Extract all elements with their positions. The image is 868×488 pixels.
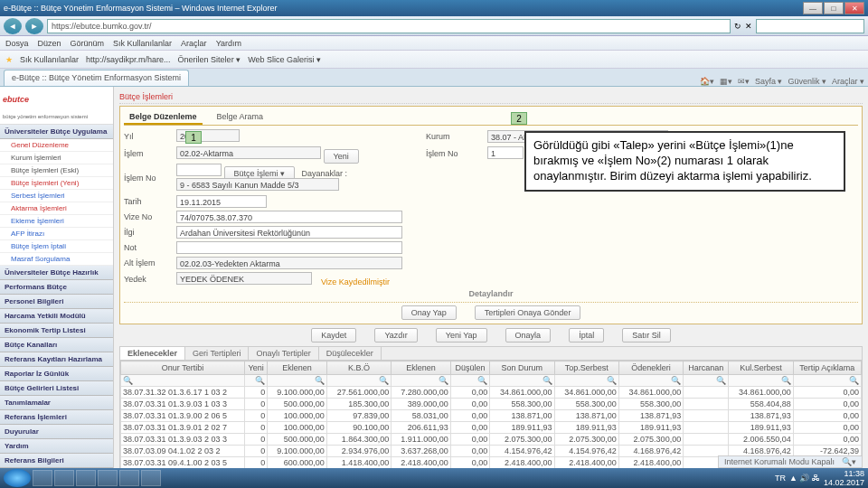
grid-filter-cell[interactable]: 🔍 bbox=[121, 375, 245, 387]
form-tab-edit[interactable]: Belge Düzenleme bbox=[124, 110, 203, 125]
grid-header[interactable]: Düşülen bbox=[450, 361, 489, 375]
fav-link-1[interactable]: Önerilen Siteler ▾ bbox=[178, 55, 241, 64]
sidebar-group[interactable]: Referans Bilgileri bbox=[0, 454, 113, 468]
favorites-label[interactable]: Sık Kullanılanlar bbox=[20, 55, 79, 64]
tools-menu[interactable]: Araçlar ▾ bbox=[832, 77, 864, 86]
grid-header[interactable]: Tertip Açıklama bbox=[793, 361, 861, 375]
home-icon[interactable]: 🏠▾ bbox=[700, 77, 714, 86]
islem-select[interactable]: 02.02-Aktarma bbox=[176, 146, 321, 159]
grid-header[interactable]: Eklenen bbox=[268, 361, 327, 375]
grid-header[interactable]: Onur Tertibi bbox=[121, 361, 245, 375]
mail-icon[interactable]: ✉▾ bbox=[738, 77, 750, 86]
minimize-button[interactable]: — bbox=[803, 2, 823, 14]
table-row[interactable]: 38.07.03.31 01.3.9.03 1 03 30500.000,001… bbox=[121, 399, 862, 410]
sidebar-group[interactable]: Raporlar İz Günlük bbox=[0, 367, 113, 381]
grid-header[interactable]: Ödenekleri bbox=[618, 361, 683, 375]
yeniyap-button[interactable]: Yeni Yap bbox=[436, 328, 487, 343]
sidebar-item[interactable]: Genel Düzenleme bbox=[0, 139, 113, 152]
iptal-button[interactable]: İptal bbox=[569, 328, 604, 343]
kaydet-button[interactable]: Kaydet bbox=[311, 328, 356, 343]
sidebar-item[interactable]: Bütçe İşlemleri (Eski) bbox=[0, 164, 113, 177]
task-explorer-icon[interactable] bbox=[54, 470, 74, 486]
altislem-select[interactable]: 02.02.03-Yedekten Aktarma bbox=[176, 257, 402, 269]
dayanak-select[interactable]: 9 - 6583 Sayılı Kanun Madde 5/3 bbox=[176, 178, 339, 191]
tray-lang[interactable]: TR bbox=[775, 474, 786, 483]
task-app-icon[interactable] bbox=[141, 470, 161, 486]
browser-tab[interactable]: e-Bütçe :: Bütçe Yönetim Enformasyon Sis… bbox=[4, 70, 189, 86]
back-button[interactable]: ◄ bbox=[4, 18, 22, 34]
isleano-input[interactable] bbox=[176, 164, 222, 176]
start-button[interactable] bbox=[4, 469, 31, 487]
menu-tools[interactable]: Araçlar bbox=[181, 39, 207, 48]
sidebar-group[interactable]: Ekonomik Tertip Listesi bbox=[0, 324, 113, 338]
grid-header[interactable]: K.B.Ö bbox=[326, 361, 391, 375]
grid-filter-cell[interactable]: 🔍 bbox=[729, 375, 793, 387]
task-excel-icon[interactable] bbox=[98, 470, 118, 486]
forward-button[interactable]: ► bbox=[25, 18, 43, 34]
sidebar-group[interactable]: Tanımlamalar bbox=[0, 396, 113, 410]
grid-filter-cell[interactable]: 🔍 bbox=[268, 375, 327, 387]
data-grid[interactable]: Onur TertibiYeniEklenenK.B.ÖEklenenDüşül… bbox=[120, 361, 862, 468]
table-row[interactable]: 38.07.31.32 01.3.6.17 1 03 209.100.000,0… bbox=[121, 387, 862, 399]
not-input[interactable] bbox=[176, 241, 402, 254]
grid-tab-0[interactable]: Eklenecekler bbox=[120, 347, 185, 360]
task-ppt-icon[interactable] bbox=[119, 470, 139, 486]
table-row[interactable]: 38.07.03.31 01.3.9.03 2 03 30500.000,001… bbox=[121, 434, 862, 446]
islemno-input[interactable]: 1 bbox=[487, 146, 524, 159]
fav-link-0[interactable]: http://saydikpr.m/hare... bbox=[86, 55, 171, 64]
yedek-select[interactable]: YEDEK ÖDENEK bbox=[176, 272, 312, 285]
sidebar-group[interactable]: Referans Kayıtları Hazırlama bbox=[0, 352, 113, 367]
grid-filter-cell[interactable]: 🔍 bbox=[392, 375, 451, 387]
grid-filter-cell[interactable]: 🔍 bbox=[244, 375, 267, 387]
sidebar-item[interactable]: Serbest İşlemleri bbox=[0, 190, 113, 202]
task-ie-icon[interactable] bbox=[33, 470, 52, 486]
grid-header[interactable]: Top.Serbest bbox=[554, 361, 618, 375]
zoom-icon[interactable]: 🔍▾ bbox=[842, 457, 856, 466]
grid-filter-cell[interactable]: 🔍 bbox=[450, 375, 489, 387]
close-button[interactable]: ✕ bbox=[844, 2, 864, 14]
yazdir-button[interactable]: Yazdır bbox=[374, 328, 417, 343]
grid-header[interactable]: Yeni bbox=[244, 361, 267, 375]
fav-link-2[interactable]: Web Slice Galerisi ▾ bbox=[248, 55, 321, 64]
sidebar-group[interactable]: Personel Bilgileri bbox=[0, 295, 113, 309]
address-bar[interactable]: https://ebutce.bumko.gov.tr/ bbox=[47, 19, 731, 33]
grid-header[interactable]: Harcanan bbox=[684, 361, 729, 375]
sidebar-group[interactable]: Performans Bütçe bbox=[0, 280, 113, 295]
grid-filter-cell[interactable]: 🔍 bbox=[490, 375, 554, 387]
task-word-icon[interactable] bbox=[76, 470, 96, 486]
security-menu[interactable]: Güvenlik ▾ bbox=[788, 77, 826, 86]
menu-view[interactable]: Görünüm bbox=[71, 39, 105, 48]
menu-help[interactable]: Yardım bbox=[216, 39, 241, 48]
grid-header[interactable]: Kul.Serbest bbox=[729, 361, 793, 375]
grid-tab-3[interactable]: Düşülecekler bbox=[319, 347, 382, 360]
sidebar-item[interactable]: AFP İtirazı bbox=[0, 228, 113, 240]
grid-tab-2[interactable]: Onaylı Tertipler bbox=[249, 347, 318, 360]
menu-favorites[interactable]: Sık Kullanılanlar bbox=[113, 39, 172, 48]
grid-tab-1[interactable]: Geri Tertipleri bbox=[185, 347, 249, 360]
feed-icon[interactable]: ▦▾ bbox=[720, 77, 732, 86]
system-tray[interactable]: TR ▲ 🔊 🖧 11:3814.02.2017 bbox=[775, 469, 864, 487]
favorites-icon[interactable]: ★ bbox=[5, 55, 13, 64]
grid-filter-cell[interactable]: 🔍 bbox=[554, 375, 618, 387]
vizeno-input[interactable]: 74/07075.38.07.370 bbox=[176, 211, 402, 223]
grid-header[interactable]: Son Durum bbox=[490, 361, 554, 375]
satir-sil-button[interactable]: Satır Sil bbox=[622, 328, 671, 343]
sidebar-group[interactable]: Duyurular bbox=[0, 425, 113, 439]
table-row[interactable]: 38.07.03.31 01.3.9.00 2 06 50100.000,009… bbox=[121, 410, 862, 422]
sidebar-item[interactable]: Bütçe İşlemleri (Yeni) bbox=[0, 177, 113, 190]
sidebar-item[interactable]: Ekleme İşlemleri bbox=[0, 215, 113, 228]
sidebar-group[interactable]: Üniversiteler Bütçe Uygulama bbox=[0, 125, 113, 139]
tarih-input[interactable]: 19.11.2015 bbox=[176, 195, 267, 208]
sidebar-group[interactable]: Harcama Yetkili Modülü bbox=[0, 309, 113, 324]
sidebar-group[interactable]: Üniversiteler Bütçe Hazırlık bbox=[0, 266, 113, 280]
sidebar-item[interactable]: Kurum İşlemleri bbox=[0, 152, 113, 164]
onayla-button[interactable]: Onayla bbox=[505, 328, 552, 343]
sidebar-group[interactable]: Referans İşlemleri bbox=[0, 410, 113, 425]
tertipler-gonder-button[interactable]: Tertipleri Onaya Gönder bbox=[475, 305, 581, 320]
grid-filter-cell[interactable]: 🔍 bbox=[684, 375, 729, 387]
search-box[interactable] bbox=[756, 19, 864, 33]
yeni-button[interactable]: Yeni bbox=[324, 149, 359, 164]
maximize-button[interactable]: □ bbox=[824, 2, 844, 14]
sidebar-group[interactable]: Yardım bbox=[0, 439, 113, 454]
grid-filter-cell[interactable]: 🔍 bbox=[326, 375, 391, 387]
